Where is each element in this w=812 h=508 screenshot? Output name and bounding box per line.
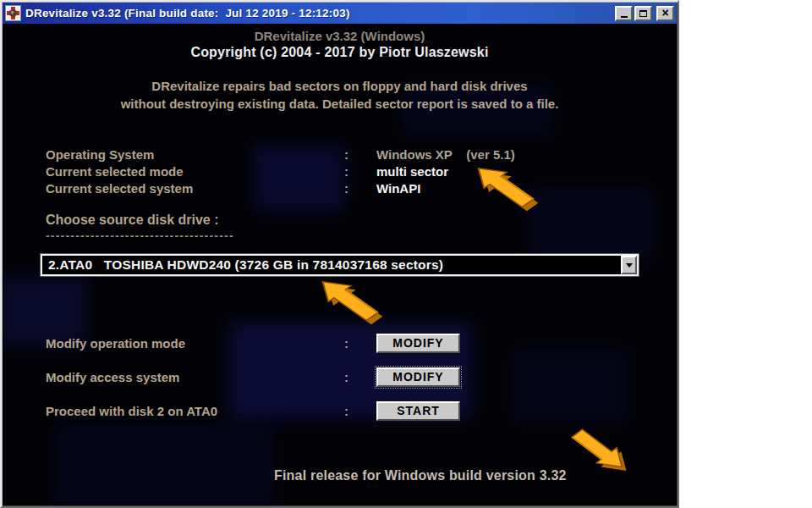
action-row-operation-mode: Modify operation mode : MODIFY (46, 332, 460, 354)
footer-text: Final release for Windows build version … (274, 468, 567, 483)
pointer-arrow-icon (562, 422, 629, 472)
minimize-icon (621, 16, 628, 18)
action-label: Proceed with disk 2 on ATA0 (46, 404, 344, 418)
maximize-button[interactable] (634, 6, 652, 21)
chevron-down-icon (626, 263, 633, 268)
minimize-button[interactable] (615, 6, 633, 21)
drevitalize-window: DRevitalize v3.32 (Final build date: Jul… (0, 0, 679, 508)
action-row-access-system: Modify access system : MODIFY (46, 366, 460, 388)
modify-access-system-button[interactable]: MODIFY (376, 367, 460, 387)
background-blotch (54, 423, 274, 505)
info-row-os: Operating System : Windows XP (ver 5.1) (46, 146, 515, 163)
app-title-text: DRevitalize v3.32 (Windows) (3, 29, 676, 43)
app-icon (5, 5, 21, 21)
info-label: Current selected mode (46, 164, 344, 179)
info-separator: : (344, 181, 376, 196)
desktop: DRevitalize v3.32 (Final build date: Jul… (0, 0, 812, 508)
description-line1: DRevitalize repairs bad sectors on flopp… (3, 79, 676, 93)
drive-select-dropdown[interactable]: 2.ATA0 TOSHIBA HDWD240 (3726 GB in 78140… (41, 254, 639, 276)
choose-drive-underline: -------------------------------------- (46, 229, 234, 242)
background-blotch (528, 186, 655, 262)
action-row-proceed: Proceed with disk 2 on ATA0 : START (46, 400, 460, 422)
window-title: DRevitalize v3.32 (Final build date: Jul… (21, 7, 613, 19)
info-value-os: Windows XP (ver 5.1) (376, 147, 515, 162)
client-area: DRevitalize v3.32 (Windows) Copyright (c… (3, 25, 676, 505)
close-icon: × (661, 7, 668, 19)
info-value-mode: multi sector (376, 164, 515, 179)
action-label: Modify operation mode (46, 336, 344, 351)
info-row-mode: Current selected mode : multi sector (46, 163, 515, 179)
titlebar[interactable]: DRevitalize v3.32 (Final build date: Jul… (3, 3, 677, 24)
dropdown-button[interactable] (621, 256, 637, 274)
choose-drive-heading: Choose source disk drive : (46, 213, 219, 228)
modify-operation-mode-button[interactable]: MODIFY (376, 334, 460, 353)
close-button[interactable]: × (656, 6, 674, 21)
maximize-icon (639, 10, 647, 17)
description-line2: without destroying existing data. Detail… (3, 97, 676, 111)
action-label: Modify access system (46, 370, 344, 384)
copyright-text: Copyright (c) 2004 - 2017 by Piotr Ulasz… (3, 45, 676, 60)
info-separator: : (344, 164, 376, 179)
info-label: Current selected system (46, 181, 344, 196)
info-separator: : (344, 147, 376, 162)
action-separator: : (344, 404, 376, 418)
action-separator: : (344, 336, 376, 351)
selected-drive-text: 2.ATA0 TOSHIBA HDWD240 (3726 GB in 78140… (42, 257, 621, 273)
background-blotch (511, 347, 629, 423)
start-button[interactable]: START (376, 401, 460, 421)
info-label: Operating System (46, 147, 344, 162)
info-value-system: WinAPI (376, 181, 515, 196)
action-separator: : (344, 370, 376, 384)
info-row-system: Current selected system : WinAPI (46, 179, 515, 196)
system-info: Operating System : Windows XP (ver 5.1) … (46, 146, 515, 196)
pointer-arrow-icon (315, 276, 389, 329)
